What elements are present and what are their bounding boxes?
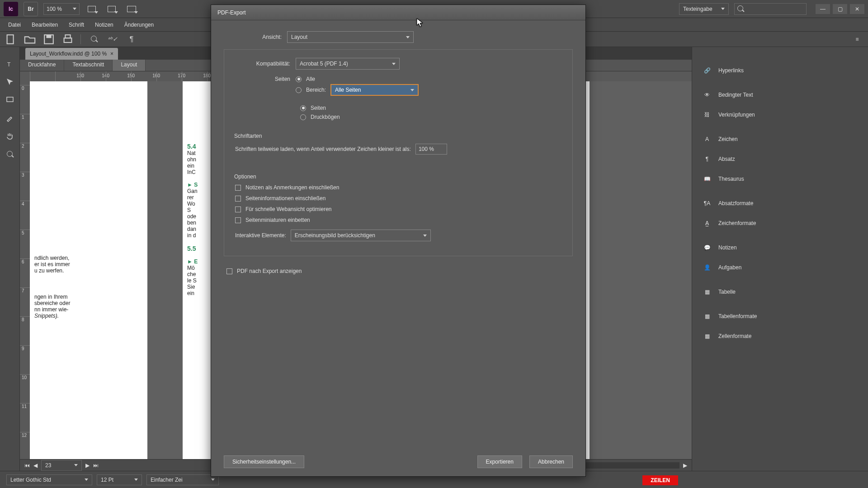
security-button[interactable]: Sicherheitseinstellungen... xyxy=(224,455,304,468)
cancel-button[interactable]: Abbrechen xyxy=(529,455,573,468)
menu-notizen[interactable]: Notizen xyxy=(90,20,119,30)
position-tool[interactable] xyxy=(3,76,17,88)
font-size-combo[interactable]: 12 Pt xyxy=(97,474,142,485)
export-button[interactable]: Exportieren xyxy=(477,455,522,468)
radio-range[interactable] xyxy=(296,87,302,93)
hidden-chars-button[interactable]: ¶ xyxy=(125,34,138,45)
close-button[interactable]: ✕ xyxy=(850,4,864,14)
chevron-down-icon xyxy=(134,11,138,14)
page-number: 23 xyxy=(45,462,51,469)
tool-strip: T xyxy=(0,47,20,471)
view-mode-button[interactable] xyxy=(84,2,99,16)
new-doc-button[interactable] xyxy=(5,34,17,45)
doc-tab[interactable]: Layout_Workflow.indd @ 100 % × xyxy=(25,48,118,60)
chk-notes-label: Notizen als Anmerkungen einschließen xyxy=(245,184,339,191)
screen-mode-button[interactable] xyxy=(104,2,119,16)
char-style-combo[interactable]: Einfacher Zei xyxy=(146,474,219,485)
note-tool[interactable] xyxy=(3,94,17,106)
radio-spreads[interactable] xyxy=(300,114,306,120)
pages-label: Seiten xyxy=(232,76,296,82)
panel-zeichen[interactable]: AZeichen xyxy=(692,129,868,149)
chevron-down-icon xyxy=(423,235,427,237)
range-label: Bereich: xyxy=(306,87,326,93)
body-text: ngen in Ihrem xyxy=(34,294,143,300)
save-button[interactable] xyxy=(42,34,55,45)
find-button[interactable] xyxy=(87,34,100,45)
panel-notizen[interactable]: 💬Notizen xyxy=(692,238,868,258)
panel-tabelle[interactable]: ▦Tabelle xyxy=(692,282,868,302)
spellcheck-button[interactable]: ᵃᵇ✓ xyxy=(106,34,119,45)
story-tab-story[interactable]: Textabschnitt xyxy=(64,60,113,71)
interactive-select[interactable]: Erscheinungsbild berücksichtigen xyxy=(291,230,431,241)
print-button[interactable] xyxy=(61,34,74,45)
chk-view-after[interactable] xyxy=(226,268,232,274)
panel-menu-button[interactable]: ≡ xyxy=(851,34,863,45)
chevron-down-icon xyxy=(73,8,76,10)
maximize-button[interactable]: ▢ xyxy=(833,4,847,14)
chk-pageinfo[interactable] xyxy=(235,196,241,202)
dialog-title-bar[interactable]: PDF-Export xyxy=(211,5,585,20)
view-select[interactable]: Layout xyxy=(287,31,414,43)
chevron-down-icon xyxy=(74,464,78,466)
chk-fastweb[interactable] xyxy=(235,206,241,212)
workspace-combo[interactable]: Texteingabe xyxy=(679,3,729,15)
open-button[interactable] xyxy=(24,34,36,45)
panel-thesaurus[interactable]: 📖Thesaurus xyxy=(692,169,868,189)
zoom-tool[interactable] xyxy=(3,148,17,160)
svg-rect-6 xyxy=(7,97,13,102)
chk-fastweb-label: Für schnelle Webansicht optimieren xyxy=(245,206,332,212)
panel-bedingter-text[interactable]: 👁Bedingter Text xyxy=(692,85,868,105)
last-page-button[interactable]: ⏭ xyxy=(93,462,99,469)
menu-schrift[interactable]: Schrift xyxy=(63,20,90,30)
font-family-combo[interactable]: Letter Gothic Std xyxy=(6,474,92,485)
panel-label: Tabellenformate xyxy=(718,313,757,319)
first-page-button[interactable]: ⏮ xyxy=(24,462,30,469)
radio-spreads-label: Druckbögen xyxy=(311,114,340,120)
prev-page-button[interactable]: ◀ xyxy=(33,462,38,469)
chk-notes[interactable] xyxy=(235,185,241,191)
type-tool[interactable]: T xyxy=(3,58,17,70)
range-select[interactable]: Alle Seiten xyxy=(330,84,419,96)
panel-hyperlinks[interactable]: 🔗Hyperlinks xyxy=(692,61,868,80)
chk-thumbs[interactable] xyxy=(235,217,241,223)
eyedropper-tool[interactable] xyxy=(3,112,17,124)
panel-absatzformate[interactable]: ¶AAbsatzformate xyxy=(692,193,868,213)
panel-label: Absatz xyxy=(718,156,735,162)
next-page-button[interactable]: ▶ xyxy=(85,462,90,469)
panel-zeichenformate[interactable]: A̲Zeichenformate xyxy=(692,213,868,233)
zoom-combo[interactable]: 100 % xyxy=(43,3,80,15)
panel-icon: ▦ xyxy=(702,331,712,341)
bridge-button[interactable]: Br xyxy=(24,2,38,16)
compat-select[interactable]: Acrobat 5 (PDF 1.4) xyxy=(296,58,400,70)
arrange-button[interactable] xyxy=(124,2,139,16)
body-text: u zu werfen. xyxy=(34,267,143,274)
panel-absatz[interactable]: ¶Absatz xyxy=(692,149,868,169)
hand-tool[interactable] xyxy=(3,130,17,142)
radio-all-pages[interactable] xyxy=(296,76,302,82)
svg-rect-2 xyxy=(46,35,51,38)
panel-zellenformate[interactable]: ▦Zellenformate xyxy=(692,326,868,346)
story-tab-galley[interactable]: Druckfahne xyxy=(20,60,64,71)
radio-pages[interactable] xyxy=(300,105,306,111)
svg-rect-4 xyxy=(65,35,70,38)
menu-bearbeiten[interactable]: Bearbeiten xyxy=(26,20,63,30)
panel-label: Aufgaben xyxy=(718,264,741,271)
menu-aenderungen[interactable]: Änderungen xyxy=(119,20,159,30)
app-logo: Ic xyxy=(4,2,18,16)
panel-icon: A̲ xyxy=(702,218,712,228)
body-text: er ist es immer xyxy=(34,261,143,267)
menu-datei[interactable]: Datei xyxy=(3,20,26,30)
search-input[interactable] xyxy=(734,3,807,15)
close-icon[interactable]: × xyxy=(110,51,113,57)
story-tab-layout[interactable]: Layout xyxy=(113,60,146,71)
page-number-combo[interactable]: 23 xyxy=(41,460,82,471)
fonts-percent-input[interactable]: 100 % xyxy=(415,144,447,155)
panel-verknüpfungen[interactable]: ⛓Verknüpfungen xyxy=(692,105,868,125)
body-text: sbereiche oder xyxy=(34,300,143,306)
chevron-down-icon xyxy=(392,63,396,65)
panel-icon: ¶ xyxy=(702,154,712,164)
panel-tabellenformate[interactable]: ▦Tabellenformate xyxy=(692,306,868,326)
panel-aufgaben[interactable]: 👤Aufgaben xyxy=(692,258,868,277)
scroll-right-button[interactable]: ▶ xyxy=(683,462,687,469)
minimize-button[interactable]: — xyxy=(816,4,830,14)
